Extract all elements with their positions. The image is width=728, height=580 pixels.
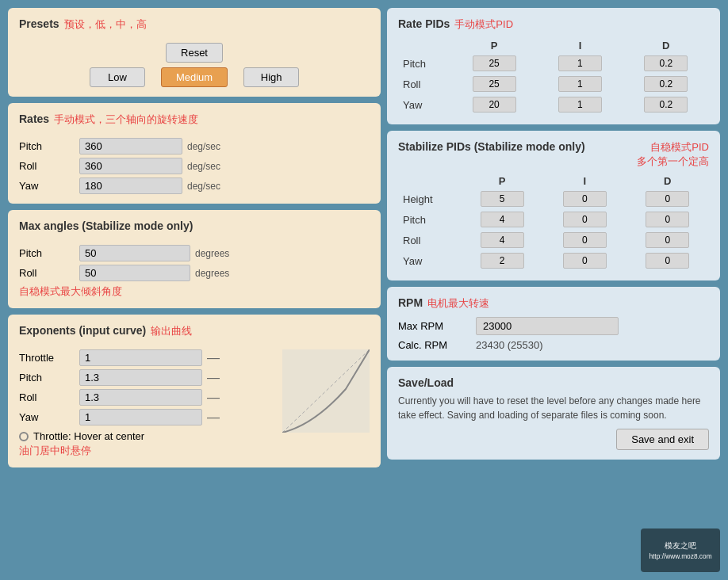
rate-pids-roll-label: Roll [398, 74, 451, 94]
rate-pids-pitch-i[interactable] [558, 55, 602, 71]
stab-height-d[interactable] [646, 191, 689, 207]
stabilize-pids-annotation: 自稳模式PID 多个第一个定高 [637, 140, 709, 169]
rates-annotation: 手动模式，三个轴向的旋转速度 [54, 113, 198, 127]
low-preset-button[interactable]: Low [90, 67, 145, 87]
rpm-title: RPM [398, 296, 423, 309]
exp-roll-dash: — [207, 391, 255, 405]
stab-pitch-label: Pitch [398, 209, 461, 230]
rates-yaw-unit: deg/sec [187, 181, 370, 192]
exp-yaw-label: Yaw [19, 411, 75, 423]
rates-pitch-unit: deg/sec [187, 141, 370, 152]
max-angles-card: Max angles (Stabilize mode only) Pitch d… [8, 210, 381, 308]
exp-roll-input[interactable] [79, 389, 202, 406]
stab-header-i: I [543, 174, 626, 189]
angles-roll-input[interactable] [79, 265, 190, 281]
save-and-exit-button[interactable]: Save and exit [616, 429, 709, 450]
stab-height-i[interactable] [563, 191, 607, 207]
presets-card: Presets 预设，低，中，高 Reset Low Medium High [8, 8, 381, 97]
rate-pids-header-empty [398, 38, 451, 53]
table-row: Yaw [398, 250, 709, 271]
rpm-annotation: 电机最大转速 [427, 296, 489, 311]
stab-roll-d[interactable] [646, 232, 689, 248]
exp-roll-label: Roll [19, 391, 75, 403]
exp-throttle-label: Throttle [19, 352, 75, 364]
rate-pids-roll-i[interactable] [558, 76, 602, 92]
exp-pitch-dash: — [207, 371, 255, 385]
stab-pitch-d[interactable] [646, 212, 689, 227]
rate-pids-annotation: 手动模式PID [454, 17, 513, 32]
stabilize-pids-title: Stabilize PIDs (Stabilize mode only) [398, 140, 585, 153]
stab-height-p[interactable] [481, 191, 524, 207]
exp-pitch-label: Pitch [19, 372, 75, 383]
rates-roll-unit: deg/sec [187, 161, 370, 172]
rates-pitch-input[interactable] [79, 138, 182, 155]
table-row: Height [398, 189, 709, 209]
exp-pitch-input[interactable] [79, 369, 202, 386]
rate-pids-pitch-d[interactable] [644, 55, 688, 71]
stabilize-pids-card: Stabilize PIDs (Stabilize mode only) 自稳模… [387, 131, 720, 280]
max-rpm-label: Max RPM [398, 320, 469, 332]
rate-pids-roll-d[interactable] [644, 76, 688, 92]
calc-rpm-label: Calc. RPM [398, 339, 469, 351]
rpm-grid: Max RPM Calc. RPM 23430 (25530) [398, 317, 709, 351]
table-row: Pitch [398, 53, 709, 74]
rates-roll-label: Roll [19, 160, 75, 172]
rates-yaw-input[interactable] [79, 177, 182, 194]
table-row: Yaw [398, 94, 709, 115]
exponents-chart-svg [282, 349, 370, 433]
table-row: Roll [398, 74, 709, 94]
rates-card: Rates 手动模式，三个轴向的旋转速度 Pitch deg/sec Roll … [8, 103, 381, 204]
exp-throttle-input[interactable] [79, 349, 202, 366]
max-rpm-input[interactable] [476, 317, 619, 335]
stab-yaw-label: Yaw [398, 250, 461, 271]
medium-preset-button[interactable]: Medium [161, 67, 228, 87]
rate-pids-yaw-d[interactable] [644, 97, 688, 113]
calc-rpm-value: 23430 (25530) [476, 339, 709, 351]
save-load-description: Currently you will have to reset the lev… [398, 394, 709, 422]
rate-pids-header-d: D [623, 38, 709, 53]
stab-header-d: D [626, 174, 709, 189]
save-load-card: Save/Load Currently you will have to res… [387, 367, 720, 460]
rates-grid: Pitch deg/sec Roll deg/sec Yaw deg/sec [19, 138, 370, 194]
stab-yaw-p[interactable] [481, 253, 524, 269]
stab-roll-p[interactable] [481, 232, 524, 248]
rate-pids-yaw-p[interactable] [473, 97, 516, 113]
rate-pids-title: Rate PIDs [398, 17, 450, 30]
rate-pids-yaw-i[interactable] [558, 97, 602, 113]
presets-title: Presets [19, 17, 59, 30]
exponents-annotation: 输出曲线 [151, 324, 192, 338]
high-preset-button[interactable]: High [243, 67, 299, 87]
exponents-title: Exponents (input curve) [19, 324, 146, 337]
throttle-hover-radio[interactable] [19, 432, 29, 441]
logo-text: 模友之吧http://www.moz8.com [649, 540, 711, 560]
stab-yaw-i[interactable] [563, 253, 607, 269]
save-load-title: Save/Load [398, 376, 454, 389]
rpm-card: RPM 电机最大转速 Max RPM Calc. RPM 23430 (2553… [387, 287, 720, 361]
rate-pids-roll-p[interactable] [473, 76, 516, 92]
exp-yaw-dash: — [207, 410, 255, 425]
angles-pitch-input[interactable] [79, 245, 190, 261]
stab-pitch-p[interactable] [481, 212, 524, 227]
stabilize-pids-table: P I D Height Pitch [398, 174, 709, 271]
exp-yaw-input[interactable] [79, 409, 202, 425]
rate-pids-pitch-label: Pitch [398, 53, 451, 74]
rates-pitch-label: Pitch [19, 140, 75, 152]
stab-yaw-d[interactable] [646, 253, 689, 269]
rate-pids-header-p: P [451, 38, 537, 53]
angles-roll-label: Roll [19, 267, 75, 279]
rates-roll-input[interactable] [79, 158, 182, 174]
stab-header-p: P [461, 174, 543, 189]
stab-header-empty [398, 174, 461, 189]
stab-height-label: Height [398, 189, 461, 209]
rate-pids-pitch-p[interactable] [473, 55, 516, 71]
stab-pitch-i[interactable] [563, 212, 607, 227]
table-row: Pitch [398, 209, 709, 230]
rate-pids-card: Rate PIDs 手动模式PID P I D Pitch [387, 8, 720, 124]
table-row: Roll [398, 230, 709, 250]
stab-roll-i[interactable] [563, 232, 607, 248]
rates-yaw-label: Yaw [19, 180, 75, 192]
rate-pids-table: P I D Pitch Roll [398, 38, 709, 115]
hover-annotation: 油门居中时悬停 [19, 445, 91, 456]
reset-button[interactable]: Reset [166, 43, 223, 63]
angles-pitch-label: Pitch [19, 247, 75, 259]
